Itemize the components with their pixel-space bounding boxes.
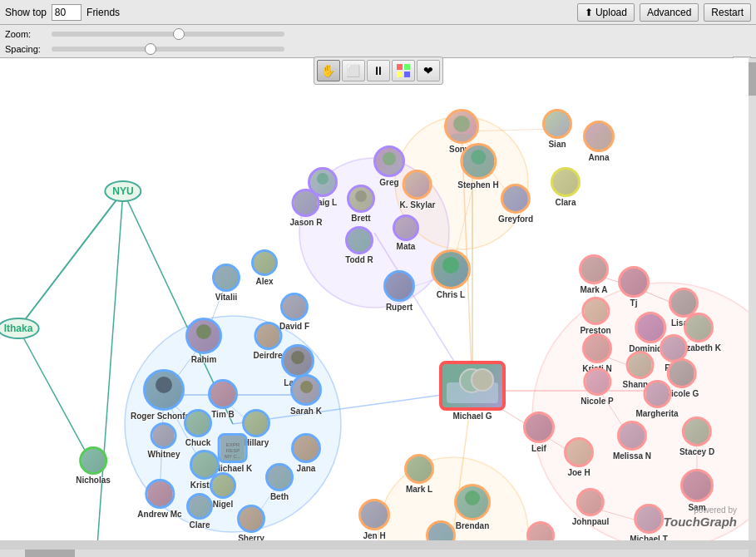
node-margherita[interactable]: Margherita bbox=[635, 380, 678, 418]
spacing-label: Spacing: bbox=[5, 44, 47, 54]
show-top-input[interactable] bbox=[52, 4, 82, 21]
greyford-label: Greyford bbox=[498, 214, 533, 224]
node-nyu[interactable]: NYU bbox=[104, 180, 141, 202]
chris-l-label: Chris L bbox=[437, 290, 465, 299]
node-anna[interactable]: Anna bbox=[583, 121, 615, 162]
node-nigel[interactable]: Nigel bbox=[210, 472, 236, 509]
nicole-p-label: Nicole P bbox=[581, 397, 613, 406]
vitalii-label: Vitalii bbox=[215, 293, 238, 302]
node-chris-l[interactable]: Chris L bbox=[431, 249, 471, 299]
zoom-track[interactable] bbox=[52, 32, 284, 37]
node-nicole-p[interactable]: Nicole P bbox=[581, 367, 613, 406]
graph-canvas: NYU Ithaka Michigan Michael G Sonya bbox=[0, 58, 749, 540]
node-deirdre[interactable]: Deirdre bbox=[253, 322, 282, 360]
nicholas-label: Nicholas bbox=[76, 476, 111, 485]
node-andrew-mc[interactable]: Andrew Mc bbox=[137, 479, 181, 519]
chuck-label: Chuck bbox=[185, 438, 211, 447]
show-top-label: Show top bbox=[5, 7, 47, 18]
spacing-thumb[interactable] bbox=[145, 43, 156, 55]
scrollbar-thumb-vertical[interactable] bbox=[749, 62, 756, 96]
sliders-panel: Zoom: Spacing: bbox=[0, 25, 756, 58]
hand-tool-button[interactable]: ✋ bbox=[317, 60, 340, 81]
color-button[interactable] bbox=[392, 60, 415, 81]
stephen-h-label: Stephen H bbox=[457, 180, 498, 190]
node-jason-r[interactable]: Jason R bbox=[290, 189, 323, 227]
michael-t-label: Michael T bbox=[630, 535, 668, 540]
k-skylar-label: K. Skylar bbox=[400, 200, 436, 209]
node-sarah-k[interactable]: Sarah K bbox=[290, 374, 322, 416]
node-k-skylar[interactable]: K. Skylar bbox=[400, 170, 436, 209]
mata-label: Mata bbox=[397, 242, 416, 251]
deirdre-label: Deirdre bbox=[253, 351, 282, 360]
node-clara[interactable]: Clara bbox=[551, 167, 581, 207]
svg-line-14 bbox=[18, 191, 123, 328]
mark-l-label: Mark L bbox=[406, 485, 432, 494]
node-jana[interactable]: Jana bbox=[291, 433, 321, 473]
tim-b-label: Tim B bbox=[211, 410, 235, 419]
node-brendan[interactable]: Brendan bbox=[454, 484, 491, 530]
node-erin-g[interactable]: Erin G bbox=[426, 520, 456, 540]
node-preston[interactable]: Preston bbox=[580, 297, 610, 335]
node-mark-l[interactable]: Mark L bbox=[404, 454, 434, 494]
powered-by: powered by TouchGraph bbox=[663, 505, 737, 529]
graph-container[interactable]: NYU Ithaka Michigan Michael G Sonya bbox=[0, 58, 749, 540]
node-nicholas[interactable]: Nicholas bbox=[76, 446, 111, 485]
upload-button[interactable]: ⬆ Upload bbox=[577, 3, 635, 22]
node-whitney[interactable]: Whitney bbox=[148, 422, 180, 459]
advanced-button[interactable]: Advanced bbox=[640, 3, 699, 22]
node-clare[interactable]: Clare bbox=[186, 493, 213, 530]
node-tim-b[interactable]: Tim B bbox=[208, 379, 238, 419]
node-greyford[interactable]: Greyford bbox=[498, 184, 533, 224]
beth-label: Beth bbox=[270, 492, 289, 501]
node-michael-g[interactable]: Michael G bbox=[439, 361, 506, 421]
node-chuck[interactable]: Chuck bbox=[184, 409, 212, 447]
svg-rect-0 bbox=[397, 64, 403, 70]
melissa-n-label: Melissa N bbox=[613, 451, 651, 461]
node-vitalii[interactable]: Vitalii bbox=[212, 264, 240, 302]
node-michael-t[interactable]: Michael T bbox=[630, 504, 668, 540]
node-sherry[interactable]: Sherry bbox=[237, 505, 265, 540]
spacing-track[interactable] bbox=[52, 47, 284, 52]
node-sian[interactable]: Sian bbox=[542, 109, 572, 149]
node-stephen-h[interactable]: Stephen H bbox=[457, 143, 498, 190]
zoom-label: Zoom: bbox=[5, 29, 47, 39]
node-brett[interactable]: Brett bbox=[347, 185, 375, 223]
whitney-label: Whitney bbox=[148, 450, 180, 459]
node-cmac[interactable]: Cmac bbox=[526, 521, 555, 540]
node-jen-h[interactable]: Jen H bbox=[358, 499, 390, 540]
scrollbar-thumb-horizontal[interactable] bbox=[25, 550, 75, 557]
node-mark-a[interactable]: Mark A bbox=[579, 254, 609, 294]
horizontal-scrollbar[interactable] bbox=[0, 550, 749, 557]
node-tj[interactable]: Tj bbox=[618, 266, 650, 308]
vertical-scrollbar[interactable] bbox=[749, 58, 756, 540]
node-stacey-d[interactable]: Stacey D bbox=[679, 417, 714, 456]
node-johnpaul[interactable]: Johnpaul bbox=[572, 488, 609, 526]
node-mata[interactable]: Mata bbox=[393, 214, 419, 251]
jason-r-label: Jason R bbox=[290, 218, 323, 227]
michael-g-label: Michael G bbox=[452, 412, 492, 421]
johnpaul-label: Johnpaul bbox=[572, 517, 609, 526]
node-beth[interactable]: Beth bbox=[265, 463, 294, 501]
brendan-label: Brendan bbox=[456, 521, 490, 530]
node-alex[interactable]: Alex bbox=[251, 249, 278, 286]
select-tool-button[interactable]: ⬜ bbox=[342, 60, 365, 81]
sian-label: Sian bbox=[548, 140, 566, 149]
node-rahim[interactable]: Rahim bbox=[185, 318, 222, 364]
stacey-d-label: Stacey D bbox=[679, 447, 714, 456]
zoom-thumb[interactable] bbox=[173, 28, 185, 40]
node-david-f[interactable]: David F bbox=[279, 293, 309, 331]
restart-button[interactable]: Restart bbox=[704, 3, 751, 22]
node-ithaka[interactable]: Ithaka bbox=[0, 318, 39, 339]
svg-rect-2 bbox=[397, 71, 403, 77]
svg-line-15 bbox=[93, 191, 123, 540]
greg-label: Greg bbox=[379, 178, 398, 187]
pause-button[interactable]: ⏸ bbox=[367, 60, 390, 81]
node-todd-r[interactable]: Todd R bbox=[345, 226, 373, 264]
heart-button[interactable]: ❤ bbox=[417, 60, 440, 81]
node-joe-h[interactable]: Joe H bbox=[564, 437, 594, 477]
node-rupert[interactable]: Rupert bbox=[383, 270, 415, 312]
node-leif[interactable]: Leif bbox=[523, 412, 555, 453]
node-melissa-n[interactable]: Melissa N bbox=[613, 421, 651, 461]
todd-r-label: Todd R bbox=[345, 255, 373, 264]
ithaka-label: Ithaka bbox=[0, 318, 39, 339]
